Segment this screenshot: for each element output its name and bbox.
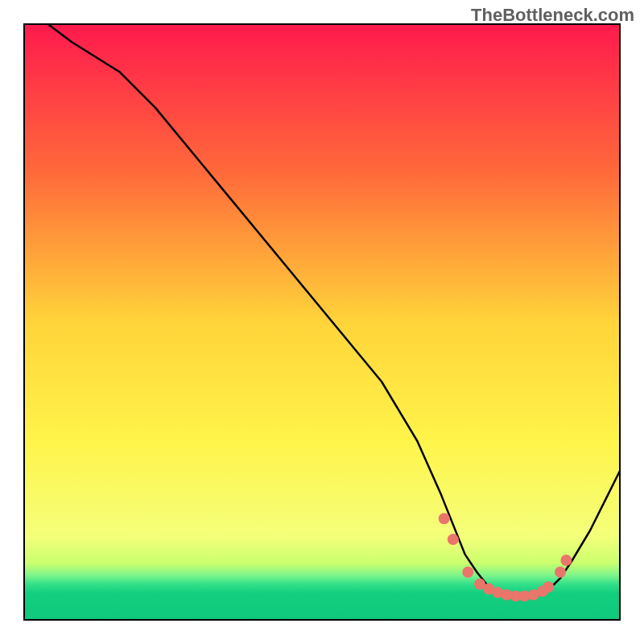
bottleneck-chart bbox=[0, 0, 644, 644]
data-marker bbox=[543, 581, 554, 592]
data-marker bbox=[439, 513, 450, 524]
data-marker bbox=[462, 567, 473, 578]
data-marker bbox=[560, 555, 572, 566]
data-marker bbox=[448, 534, 459, 545]
chart-container: TheBottleneck.com bbox=[0, 0, 644, 644]
plot-area bbox=[24, 24, 620, 620]
data-marker bbox=[555, 567, 566, 578]
plot-background bbox=[24, 24, 620, 620]
